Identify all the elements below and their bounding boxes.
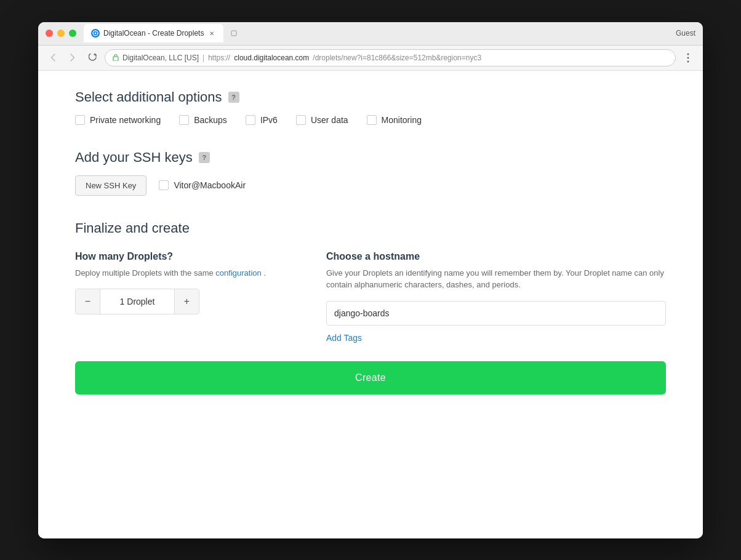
user-data-option[interactable]: User data (296, 115, 348, 125)
create-button[interactable]: Create (75, 361, 666, 394)
svg-point-1 (95, 33, 97, 34)
svg-point-5 (687, 57, 689, 58)
finalize-section: Finalize and create How many Droplets? D… (75, 220, 666, 394)
ipv6-checkbox[interactable] (246, 115, 255, 125)
additional-options-help-icon[interactable]: ? (228, 92, 239, 103)
minimize-button[interactable] (57, 30, 65, 37)
existing-key-label: Vitor@MacbookAir (174, 180, 246, 190)
user-data-checkbox[interactable] (296, 115, 306, 125)
finalize-title: Finalize and create (75, 220, 666, 236)
hostname-col: Choose a hostname Give your Droplets an … (326, 251, 666, 343)
tab-favicon (91, 29, 100, 38)
create-btn-container: Create (75, 361, 666, 394)
ssh-keys-help-icon[interactable]: ? (199, 152, 210, 163)
existing-key-checkbox[interactable] (159, 180, 169, 190)
private-networking-option[interactable]: Private networking (75, 115, 161, 125)
svg-point-4 (687, 53, 689, 55)
monitoring-checkbox[interactable] (367, 115, 377, 125)
ssh-keys-title: Add your SSH keys ? (75, 150, 666, 166)
window-controls (46, 30, 76, 37)
url-path: /droplets/new?i=81c866&size=512mb&region… (313, 54, 481, 62)
ssh-keys-section: Add your SSH keys ? New SSH Key Vitor@Ma… (75, 150, 666, 196)
ipv6-option[interactable]: IPv6 (246, 115, 278, 125)
browser-window: DigitalOcean - Create Droplets ✕ Guest (38, 22, 703, 538)
backups-option[interactable]: Backups (179, 115, 227, 125)
ssh-keys-row: New SSH Key Vitor@MacbookAir (75, 175, 666, 196)
monitoring-option[interactable]: Monitoring (367, 115, 422, 125)
browser-menu-button[interactable] (681, 50, 695, 65)
private-networking-checkbox[interactable] (75, 115, 85, 125)
guest-label: Guest (676, 29, 695, 38)
user-data-label: User data (311, 115, 348, 125)
url-bar[interactable]: DigitalOcean, LLC [US] | https://cloud.d… (105, 49, 676, 66)
additional-options-title: Select additional options ? (75, 89, 666, 105)
title-bar: DigitalOcean - Create Droplets ✕ Guest (38, 22, 703, 46)
new-tab-button[interactable] (226, 25, 242, 41)
lock-icon (113, 54, 119, 62)
ipv6-label: IPv6 (260, 115, 278, 125)
url-origin: DigitalOcean, LLC [US] (122, 54, 199, 62)
monitoring-label: Monitoring (382, 115, 422, 125)
droplet-count-display: 1 Droplet (100, 289, 174, 314)
decrease-droplets-button[interactable]: − (76, 289, 100, 314)
tab-close-icon[interactable]: ✕ (207, 29, 216, 38)
options-row: Private networking Backups IPv6 User dat… (75, 115, 666, 125)
close-button[interactable] (46, 30, 53, 37)
backups-label: Backups (194, 115, 227, 125)
tab-title: DigitalOcean - Create Droplets (103, 29, 204, 38)
active-tab[interactable]: DigitalOcean - Create Droplets ✕ (84, 24, 223, 42)
increase-droplets-button[interactable]: + (174, 289, 199, 314)
backups-checkbox[interactable] (179, 115, 189, 125)
existing-ssh-key-option[interactable]: Vitor@MacbookAir (159, 180, 246, 190)
url-domain: cloud.digitalocean.com (234, 54, 309, 62)
add-tags-link[interactable]: Add Tags (326, 333, 362, 343)
additional-options-section: Select additional options ? Private netw… (75, 89, 666, 125)
svg-point-6 (687, 60, 689, 62)
url-separator: | (202, 54, 204, 62)
hostname-desc: Give your Droplets an identifying name y… (326, 267, 666, 291)
droplets-count-col: How many Droplets? Deploy multiple Dropl… (75, 251, 302, 343)
reload-button[interactable] (85, 50, 100, 65)
droplet-counter: − 1 Droplet + (75, 289, 199, 314)
forward-button[interactable] (65, 50, 80, 65)
hostname-input[interactable] (326, 301, 666, 326)
droplets-count-title: How many Droplets? (75, 251, 302, 262)
hostname-title: Choose a hostname (326, 251, 666, 262)
droplets-count-desc: Deploy multiple Droplets with the same c… (75, 267, 302, 279)
page-content: Select additional options ? Private netw… (38, 71, 703, 538)
new-ssh-key-button[interactable]: New SSH Key (75, 175, 146, 196)
finalize-grid: How many Droplets? Deploy multiple Dropl… (75, 251, 666, 343)
svg-rect-2 (231, 31, 236, 36)
svg-rect-3 (113, 57, 118, 61)
url-https: https:// (208, 54, 230, 62)
private-networking-label: Private networking (90, 115, 161, 125)
address-bar: DigitalOcean, LLC [US] | https://cloud.d… (38, 46, 703, 71)
configuration-link[interactable]: configuration (215, 268, 261, 278)
back-button[interactable] (46, 50, 60, 65)
tab-bar: DigitalOcean - Create Droplets ✕ (84, 24, 676, 42)
maximize-button[interactable] (69, 30, 76, 37)
